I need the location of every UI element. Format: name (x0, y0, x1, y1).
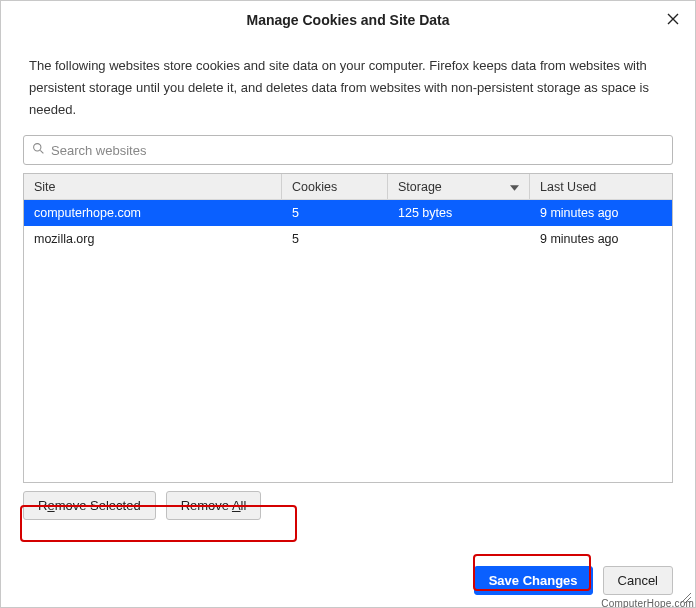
cell-last-used: 9 minutes ago (530, 202, 672, 224)
table-header: Site Cookies Storage Last Used (24, 174, 672, 200)
col-header-last-used[interactable]: Last Used (530, 174, 672, 199)
close-icon[interactable] (665, 11, 681, 27)
cell-last-used: 9 minutes ago (530, 228, 672, 250)
col-header-storage[interactable]: Storage (388, 174, 530, 199)
svg-point-0 (34, 144, 41, 151)
cell-site: computerhope.com (24, 202, 282, 224)
dialog-description: The following websites store cookies and… (1, 39, 695, 135)
cell-storage (388, 235, 530, 243)
cell-site: mozilla.org (24, 228, 282, 250)
col-header-site[interactable]: Site (24, 174, 282, 199)
annotation-highlight (20, 505, 297, 542)
search-icon (32, 142, 51, 158)
table-row[interactable]: mozilla.org 5 9 minutes ago (24, 226, 672, 252)
titlebar: Manage Cookies and Site Data (1, 1, 695, 39)
col-header-cookies[interactable]: Cookies (282, 174, 388, 199)
svg-line-1 (40, 151, 43, 154)
dialog-title: Manage Cookies and Site Data (246, 12, 449, 28)
manage-cookies-dialog: Manage Cookies and Site Data The followi… (0, 0, 696, 608)
table-body: computerhope.com 5 125 bytes 9 minutes a… (24, 200, 672, 482)
watermark: ComputerHope.com (601, 598, 694, 608)
cell-storage: 125 bytes (388, 202, 530, 224)
annotation-highlight (473, 554, 591, 591)
sort-desc-icon (510, 180, 519, 194)
cell-cookies: 5 (282, 228, 388, 250)
sites-table: Site Cookies Storage Last Used computerh… (23, 173, 673, 483)
table-row[interactable]: computerhope.com 5 125 bytes 9 minutes a… (24, 200, 672, 226)
search-field[interactable] (23, 135, 673, 165)
cell-cookies: 5 (282, 202, 388, 224)
cancel-button[interactable]: Cancel (603, 566, 673, 595)
search-input[interactable] (51, 143, 664, 158)
